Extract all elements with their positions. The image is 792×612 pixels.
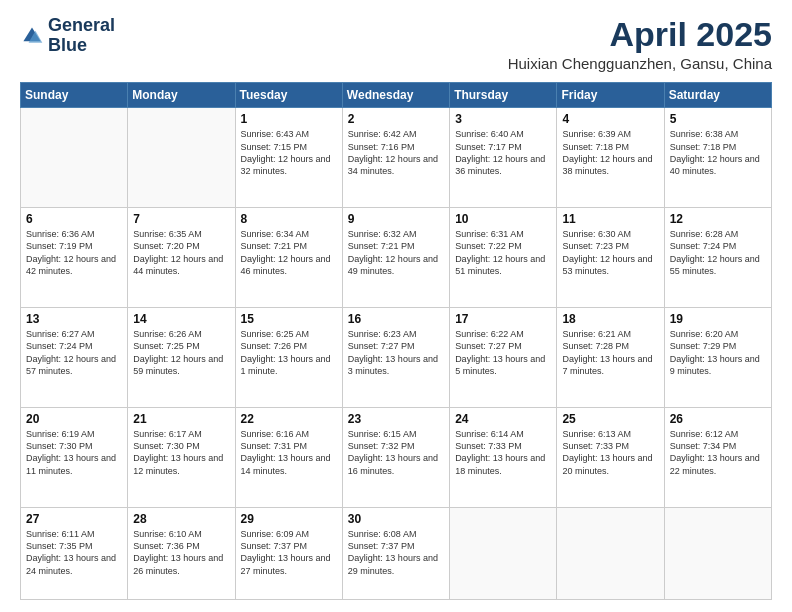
day-info: Sunrise: 6:38 AM Sunset: 7:18 PM Dayligh… <box>670 128 766 177</box>
col-saturday: Saturday <box>664 83 771 108</box>
day-info: Sunrise: 6:17 AM Sunset: 7:30 PM Dayligh… <box>133 428 229 477</box>
day-info: Sunrise: 6:12 AM Sunset: 7:34 PM Dayligh… <box>670 428 766 477</box>
day-info: Sunrise: 6:32 AM Sunset: 7:21 PM Dayligh… <box>348 228 444 277</box>
table-row: 8Sunrise: 6:34 AM Sunset: 7:21 PM Daylig… <box>235 208 342 308</box>
day-info: Sunrise: 6:39 AM Sunset: 7:18 PM Dayligh… <box>562 128 658 177</box>
col-wednesday: Wednesday <box>342 83 449 108</box>
table-row: 11Sunrise: 6:30 AM Sunset: 7:23 PM Dayli… <box>557 208 664 308</box>
table-row: 12Sunrise: 6:28 AM Sunset: 7:24 PM Dayli… <box>664 208 771 308</box>
day-number: 15 <box>241 312 337 326</box>
day-number: 9 <box>348 212 444 226</box>
day-info: Sunrise: 6:43 AM Sunset: 7:15 PM Dayligh… <box>241 128 337 177</box>
day-number: 25 <box>562 412 658 426</box>
day-info: Sunrise: 6:09 AM Sunset: 7:37 PM Dayligh… <box>241 528 337 577</box>
day-info: Sunrise: 6:15 AM Sunset: 7:32 PM Dayligh… <box>348 428 444 477</box>
day-number: 14 <box>133 312 229 326</box>
day-info: Sunrise: 6:21 AM Sunset: 7:28 PM Dayligh… <box>562 328 658 377</box>
table-row: 27Sunrise: 6:11 AM Sunset: 7:35 PM Dayli… <box>21 508 128 600</box>
table-row: 24Sunrise: 6:14 AM Sunset: 7:33 PM Dayli… <box>450 408 557 508</box>
day-number: 17 <box>455 312 551 326</box>
day-number: 10 <box>455 212 551 226</box>
table-row: 16Sunrise: 6:23 AM Sunset: 7:27 PM Dayli… <box>342 308 449 408</box>
table-row <box>664 508 771 600</box>
day-info: Sunrise: 6:16 AM Sunset: 7:31 PM Dayligh… <box>241 428 337 477</box>
day-number: 30 <box>348 512 444 526</box>
location-title: Huixian Chengguanzhen, Gansu, China <box>508 55 772 72</box>
table-row: 10Sunrise: 6:31 AM Sunset: 7:22 PM Dayli… <box>450 208 557 308</box>
day-info: Sunrise: 6:26 AM Sunset: 7:25 PM Dayligh… <box>133 328 229 377</box>
month-title: April 2025 <box>508 16 772 53</box>
day-info: Sunrise: 6:36 AM Sunset: 7:19 PM Dayligh… <box>26 228 122 277</box>
day-number: 3 <box>455 112 551 126</box>
table-row: 15Sunrise: 6:25 AM Sunset: 7:26 PM Dayli… <box>235 308 342 408</box>
table-row: 22Sunrise: 6:16 AM Sunset: 7:31 PM Dayli… <box>235 408 342 508</box>
day-info: Sunrise: 6:08 AM Sunset: 7:37 PM Dayligh… <box>348 528 444 577</box>
logo: General Blue <box>20 16 115 56</box>
table-row: 17Sunrise: 6:22 AM Sunset: 7:27 PM Dayli… <box>450 308 557 408</box>
col-monday: Monday <box>128 83 235 108</box>
day-number: 19 <box>670 312 766 326</box>
day-number: 13 <box>26 312 122 326</box>
day-info: Sunrise: 6:22 AM Sunset: 7:27 PM Dayligh… <box>455 328 551 377</box>
calendar-table: Sunday Monday Tuesday Wednesday Thursday… <box>20 82 772 600</box>
logo-icon <box>20 24 44 48</box>
day-info: Sunrise: 6:19 AM Sunset: 7:30 PM Dayligh… <box>26 428 122 477</box>
col-friday: Friday <box>557 83 664 108</box>
day-number: 8 <box>241 212 337 226</box>
day-number: 20 <box>26 412 122 426</box>
title-block: April 2025 Huixian Chengguanzhen, Gansu,… <box>508 16 772 72</box>
table-row: 7Sunrise: 6:35 AM Sunset: 7:20 PM Daylig… <box>128 208 235 308</box>
day-info: Sunrise: 6:34 AM Sunset: 7:21 PM Dayligh… <box>241 228 337 277</box>
day-number: 26 <box>670 412 766 426</box>
day-number: 22 <box>241 412 337 426</box>
day-number: 16 <box>348 312 444 326</box>
col-sunday: Sunday <box>21 83 128 108</box>
table-row <box>450 508 557 600</box>
day-info: Sunrise: 6:14 AM Sunset: 7:33 PM Dayligh… <box>455 428 551 477</box>
table-row: 19Sunrise: 6:20 AM Sunset: 7:29 PM Dayli… <box>664 308 771 408</box>
table-row: 20Sunrise: 6:19 AM Sunset: 7:30 PM Dayli… <box>21 408 128 508</box>
logo-text: General Blue <box>48 16 115 56</box>
day-number: 18 <box>562 312 658 326</box>
day-number: 24 <box>455 412 551 426</box>
day-info: Sunrise: 6:10 AM Sunset: 7:36 PM Dayligh… <box>133 528 229 577</box>
day-info: Sunrise: 6:27 AM Sunset: 7:24 PM Dayligh… <box>26 328 122 377</box>
day-info: Sunrise: 6:13 AM Sunset: 7:33 PM Dayligh… <box>562 428 658 477</box>
day-number: 12 <box>670 212 766 226</box>
table-row: 9Sunrise: 6:32 AM Sunset: 7:21 PM Daylig… <box>342 208 449 308</box>
table-row: 5Sunrise: 6:38 AM Sunset: 7:18 PM Daylig… <box>664 108 771 208</box>
table-row: 13Sunrise: 6:27 AM Sunset: 7:24 PM Dayli… <box>21 308 128 408</box>
table-row: 4Sunrise: 6:39 AM Sunset: 7:18 PM Daylig… <box>557 108 664 208</box>
calendar-header-row: Sunday Monday Tuesday Wednesday Thursday… <box>21 83 772 108</box>
table-row: 28Sunrise: 6:10 AM Sunset: 7:36 PM Dayli… <box>128 508 235 600</box>
day-number: 4 <box>562 112 658 126</box>
day-info: Sunrise: 6:42 AM Sunset: 7:16 PM Dayligh… <box>348 128 444 177</box>
day-number: 7 <box>133 212 229 226</box>
table-row: 30Sunrise: 6:08 AM Sunset: 7:37 PM Dayli… <box>342 508 449 600</box>
table-row: 29Sunrise: 6:09 AM Sunset: 7:37 PM Dayli… <box>235 508 342 600</box>
day-number: 23 <box>348 412 444 426</box>
day-number: 2 <box>348 112 444 126</box>
table-row: 1Sunrise: 6:43 AM Sunset: 7:15 PM Daylig… <box>235 108 342 208</box>
day-info: Sunrise: 6:25 AM Sunset: 7:26 PM Dayligh… <box>241 328 337 377</box>
table-row <box>21 108 128 208</box>
table-row: 14Sunrise: 6:26 AM Sunset: 7:25 PM Dayli… <box>128 308 235 408</box>
col-tuesday: Tuesday <box>235 83 342 108</box>
day-info: Sunrise: 6:30 AM Sunset: 7:23 PM Dayligh… <box>562 228 658 277</box>
table-row: 21Sunrise: 6:17 AM Sunset: 7:30 PM Dayli… <box>128 408 235 508</box>
day-info: Sunrise: 6:35 AM Sunset: 7:20 PM Dayligh… <box>133 228 229 277</box>
day-info: Sunrise: 6:31 AM Sunset: 7:22 PM Dayligh… <box>455 228 551 277</box>
col-thursday: Thursday <box>450 83 557 108</box>
day-number: 5 <box>670 112 766 126</box>
day-info: Sunrise: 6:23 AM Sunset: 7:27 PM Dayligh… <box>348 328 444 377</box>
table-row: 23Sunrise: 6:15 AM Sunset: 7:32 PM Dayli… <box>342 408 449 508</box>
day-number: 21 <box>133 412 229 426</box>
day-number: 11 <box>562 212 658 226</box>
day-number: 1 <box>241 112 337 126</box>
table-row: 18Sunrise: 6:21 AM Sunset: 7:28 PM Dayli… <box>557 308 664 408</box>
table-row: 2Sunrise: 6:42 AM Sunset: 7:16 PM Daylig… <box>342 108 449 208</box>
table-row: 6Sunrise: 6:36 AM Sunset: 7:19 PM Daylig… <box>21 208 128 308</box>
day-info: Sunrise: 6:40 AM Sunset: 7:17 PM Dayligh… <box>455 128 551 177</box>
day-info: Sunrise: 6:11 AM Sunset: 7:35 PM Dayligh… <box>26 528 122 577</box>
table-row <box>128 108 235 208</box>
